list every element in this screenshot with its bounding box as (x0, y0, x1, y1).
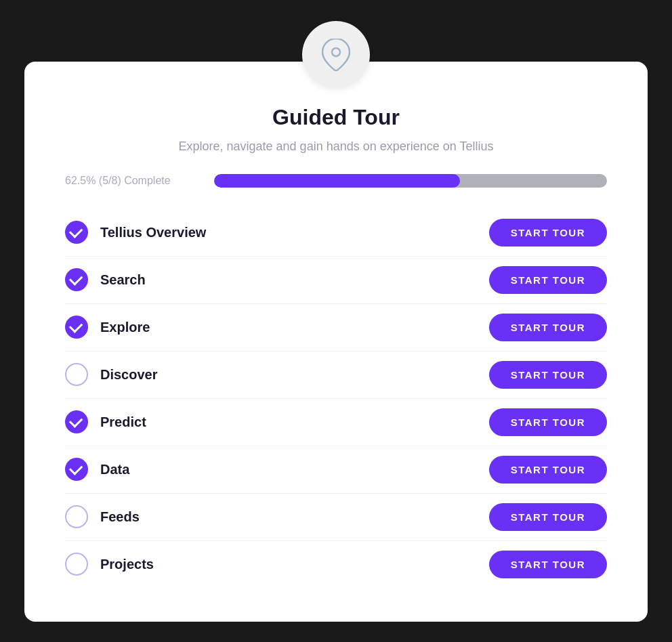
page-subtitle: Explore, navigate and gain hands on expe… (65, 140, 607, 154)
check-incomplete-icon (65, 505, 88, 528)
tour-name-tellius-overview: Tellius Overview (100, 225, 206, 240)
tour-item-left-discover: Discover (65, 363, 158, 386)
start-tour-button-discover[interactable]: START TOUR (489, 361, 607, 389)
progress-bar-fill (214, 174, 460, 188)
tour-name-data: Data (100, 462, 129, 477)
tour-item-left-explore: Explore (65, 316, 150, 339)
check-completed-icon (65, 268, 88, 291)
start-tour-button-feeds[interactable]: START TOUR (489, 503, 607, 531)
start-tour-button-predict[interactable]: START TOUR (489, 408, 607, 436)
tour-item-left-tellius-overview: Tellius Overview (65, 221, 206, 244)
check-incomplete-icon (65, 553, 88, 576)
guided-tour-card: Guided Tour Explore, navigate and gain h… (24, 62, 648, 622)
check-completed-icon (65, 458, 88, 481)
tour-name-projects: Projects (100, 557, 154, 572)
check-completed-icon (65, 410, 88, 433)
start-tour-button-tellius-overview[interactable]: START TOUR (489, 219, 607, 247)
tour-item-explore: ExploreSTART TOUR (65, 304, 607, 351)
tour-item-left-search: Search (65, 268, 146, 291)
tour-item-left-predict: Predict (65, 410, 146, 433)
tour-list: Tellius OverviewSTART TOURSearchSTART TO… (65, 209, 607, 588)
tour-name-predict: Predict (100, 414, 146, 430)
start-tour-button-search[interactable]: START TOUR (489, 266, 607, 294)
tour-item-projects: ProjectsSTART TOUR (65, 541, 607, 588)
tour-item-search: SearchSTART TOUR (65, 257, 607, 304)
tour-name-search: Search (100, 272, 146, 288)
svg-point-0 (332, 48, 340, 56)
tour-name-discover: Discover (100, 367, 158, 383)
progress-label: 62.5% (5/8) Complete (65, 175, 201, 187)
tour-name-feeds: Feeds (100, 509, 140, 525)
start-tour-button-projects[interactable]: START TOUR (489, 551, 607, 578)
tour-item-left-data: Data (65, 458, 129, 481)
page-title: Guided Tour (65, 105, 607, 130)
check-completed-icon (65, 221, 88, 244)
tour-item-tellius-overview: Tellius OverviewSTART TOUR (65, 209, 607, 257)
tour-item-feeds: FeedsSTART TOUR (65, 494, 607, 541)
check-completed-icon (65, 316, 88, 339)
tour-item-data: DataSTART TOUR (65, 446, 607, 494)
start-tour-button-explore[interactable]: START TOUR (489, 314, 607, 341)
check-incomplete-icon (65, 363, 88, 386)
tour-name-explore: Explore (100, 320, 150, 335)
progress-bar-background (214, 174, 607, 188)
tour-item-predict: PredictSTART TOUR (65, 399, 607, 446)
tour-item-left-feeds: Feeds (65, 505, 140, 528)
start-tour-button-data[interactable]: START TOUR (489, 456, 607, 484)
icon-wrapper (65, 21, 607, 89)
tour-item-discover: DiscoverSTART TOUR (65, 351, 607, 399)
location-pin-icon (302, 21, 370, 89)
progress-row: 62.5% (5/8) Complete (65, 174, 607, 188)
tour-item-left-projects: Projects (65, 553, 154, 576)
